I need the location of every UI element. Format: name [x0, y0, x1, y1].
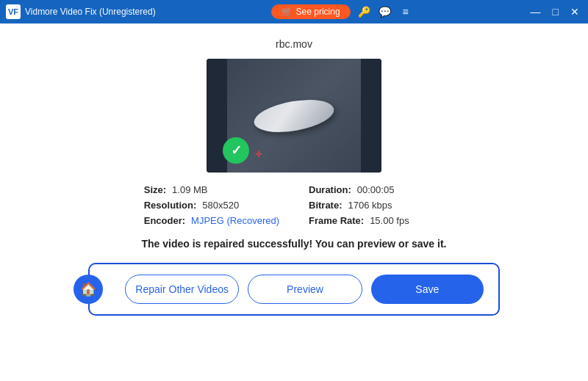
file-info: Size: 1.09 MB Duration: 00:00:05 Resolut…	[144, 184, 445, 226]
resolution-label: Resolution:	[144, 200, 197, 211]
minimize-button[interactable]: —	[528, 6, 544, 18]
close-button[interactable]: ✕	[567, 6, 582, 18]
titlebar-center: 🛒 See pricing 🔑 💬 ≡	[271, 4, 412, 19]
see-pricing-button[interactable]: 🛒 See pricing	[271, 4, 351, 19]
window-controls: — □ ✕	[528, 6, 582, 18]
duration-value: 00:00:05	[357, 184, 395, 195]
key-icon[interactable]: 🔑	[358, 6, 371, 18]
preview-button[interactable]: Preview	[248, 275, 362, 304]
duration-row: Duration: 00:00:05	[309, 184, 444, 195]
success-check-badge: ✓	[223, 137, 249, 164]
titlebar: VF Vidmore Video Fix (Unregistered) 🛒 Se…	[0, 0, 588, 23]
video-3d-object	[251, 94, 336, 137]
video-preview: ✓ ✛	[207, 59, 381, 173]
repair-other-button[interactable]: Repair Other Videos	[125, 275, 239, 304]
save-button[interactable]: Save	[371, 275, 484, 304]
encoder-label: Encoder:	[144, 215, 185, 226]
success-message: The video is repaired successfully! You …	[142, 238, 447, 250]
size-row: Size: 1.09 MB	[144, 184, 279, 195]
framerate-row: Frame Rate: 15.00 fps	[309, 215, 444, 226]
encoder-row: Encoder: MJPEG (Recovered)	[144, 215, 279, 226]
cart-icon: 🛒	[282, 7, 293, 17]
framerate-value: 15.00 fps	[370, 215, 409, 226]
action-area: 🏠 Repair Other Videos Preview Save	[88, 263, 500, 316]
pricing-label: See pricing	[296, 7, 340, 17]
duration-label: Duration:	[309, 184, 351, 195]
size-value: 1.09 MB	[172, 184, 207, 195]
home-button[interactable]: 🏠	[74, 275, 103, 304]
chat-icon[interactable]: 💬	[379, 6, 392, 18]
buttons-row: Repair Other Videos Preview Save	[125, 275, 484, 304]
menu-icon[interactable]: ≡	[399, 6, 412, 18]
main-content: rbc.mov ✓ ✛ Size: 1.09 MB Duration: 00:0…	[0, 23, 588, 381]
app-logo: VF	[6, 4, 21, 19]
video-filename: rbc.mov	[276, 38, 312, 50]
framerate-label: Frame Rate:	[309, 215, 364, 226]
bitrate-row: Bitrate: 1706 kbps	[309, 200, 444, 211]
maximize-button[interactable]: □	[550, 6, 562, 18]
encoder-value: MJPEG (Recovered)	[191, 215, 279, 226]
size-label: Size:	[144, 184, 166, 195]
titlebar-left: VF Vidmore Video Fix (Unregistered)	[6, 4, 156, 19]
resolution-row: Resolution: 580x520	[144, 200, 279, 211]
cursor-indicator: ✛	[255, 149, 261, 155]
bitrate-label: Bitrate:	[309, 200, 343, 211]
bitrate-value: 1706 kbps	[348, 200, 392, 211]
app-title: Vidmore Video Fix (Unregistered)	[25, 7, 156, 17]
resolution-value: 580x520	[202, 200, 239, 211]
video-right-panel	[361, 59, 381, 173]
